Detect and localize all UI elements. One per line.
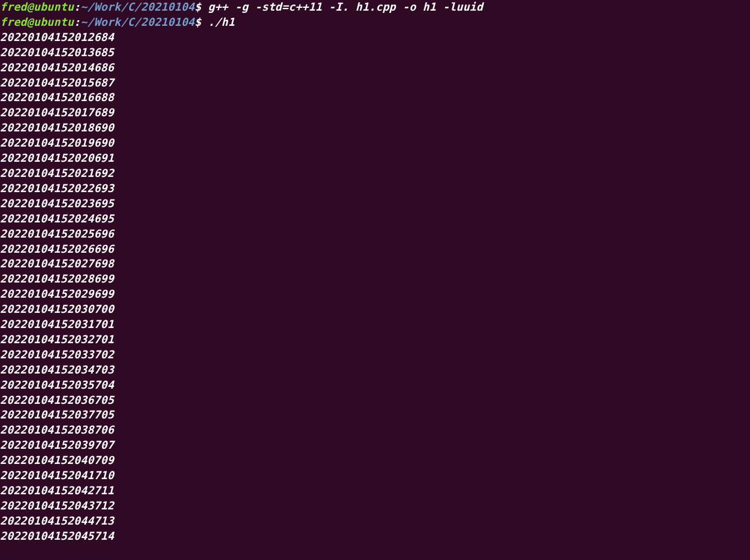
output-line: 20220104152037705 (0, 408, 750, 423)
output-line: 20220104152035704 (0, 378, 750, 393)
output-text: 20220104152014686 (0, 61, 114, 74)
output-text: 20220104152027698 (0, 257, 114, 270)
output-text: 20220104152033702 (0, 348, 114, 361)
output-line: 20220104152026696 (0, 242, 750, 257)
prompt-at: @ (27, 1, 34, 13)
output-text: 20220104152012684 (0, 31, 114, 44)
output-line: 20220104152040709 (0, 453, 750, 468)
output-text: 20220104152025696 (0, 227, 114, 240)
output-line: 20220104152044713 (0, 514, 750, 529)
output-line: 20220104152032701 (0, 333, 750, 348)
output-text: 20220104152020691 (0, 152, 114, 165)
output-line: 20220104152029699 (0, 287, 750, 302)
output-line: 20220104152021692 (0, 166, 750, 181)
output-text: 20220104152044713 (0, 515, 114, 527)
output-text: 20220104152036705 (0, 394, 114, 407)
output-text: 20220104152023695 (0, 197, 114, 210)
output-line: 20220104152014686 (0, 61, 750, 76)
output-text: 20220104152038706 (0, 424, 114, 436)
prompt-line: fred@ubuntu:~/Work/C/20210104$ g++ -g -s… (0, 0, 750, 15)
output-text: 20220104152043712 (0, 499, 114, 512)
prompt-user: fred (0, 1, 27, 13)
output-text: 20220104152039707 (0, 439, 114, 452)
prompt-dollar: $ (194, 16, 201, 29)
prompt-line: fred@ubuntu:~/Work/C/20210104$ ./h1 (0, 15, 750, 30)
output-text: 20220104152022693 (0, 182, 114, 195)
prompt-colon: : (74, 1, 80, 13)
output-line: 20220104152030700 (0, 302, 750, 317)
prompt-user: fred (0, 16, 27, 29)
prompt-host: ubuntu (34, 16, 74, 29)
output-text: 20220104152045714 (0, 530, 114, 543)
output-line: 20220104152033702 (0, 348, 750, 363)
prompt-host: ubuntu (34, 1, 74, 13)
output-line: 20220104152042711 (0, 484, 750, 499)
output-line: 20220104152015687 (0, 76, 750, 91)
output-line: 20220104152018690 (0, 121, 750, 136)
output-line: 20220104152025696 (0, 227, 750, 242)
output-line: 20220104152013685 (0, 45, 750, 61)
output-text: 20220104152015687 (0, 76, 114, 89)
output-line: 20220104152034703 (0, 363, 750, 378)
command-text: g++ -g -std=c++11 -I. h1.cpp -o h1 -luui… (201, 1, 483, 13)
output-text: 20220104152029699 (0, 288, 114, 301)
output-text: 20220104152032701 (0, 333, 114, 346)
output-line: 20220104152045714 (0, 529, 750, 544)
output-line: 20220104152017689 (0, 106, 750, 121)
output-text: 20220104152034703 (0, 363, 114, 376)
command-text: ./h1 (201, 16, 235, 29)
output-line: 20220104152027698 (0, 257, 750, 272)
output-text: 20220104152031701 (0, 318, 114, 331)
output-text: 20220104152035704 (0, 379, 114, 391)
output-line: 20220104152036705 (0, 393, 750, 408)
output-text: 20220104152021692 (0, 167, 114, 180)
output-text: 20220104152030700 (0, 303, 114, 316)
output-line: 20220104152028699 (0, 272, 750, 287)
output-text: 20220104152026696 (0, 243, 114, 256)
output-line: 20220104152038706 (0, 423, 750, 438)
terminal[interactable]: fred@ubuntu:~/Work/C/20210104$ g++ -g -s… (0, 0, 750, 544)
output-text: 20220104152042711 (0, 484, 114, 497)
output-line: 20220104152022693 (0, 181, 750, 197)
output-text: 20220104152041710 (0, 469, 114, 482)
output-text: 20220104152017689 (0, 106, 114, 119)
output-line: 20220104152039707 (0, 438, 750, 453)
output-line: 20220104152016688 (0, 90, 750, 106)
output-line: 20220104152043712 (0, 499, 750, 514)
output-line: 20220104152012684 (0, 30, 750, 45)
output-text: 20220104152040709 (0, 454, 114, 467)
output-text: 20220104152013685 (0, 46, 114, 59)
prompt-at: @ (27, 16, 34, 29)
output-line: 20220104152019690 (0, 136, 750, 151)
output-line: 20220104152031701 (0, 317, 750, 333)
output-line: 20220104152041710 (0, 468, 750, 484)
prompt-path: ~/Work/C/20210104 (80, 1, 194, 13)
output-text: 20220104152037705 (0, 408, 114, 421)
output-text: 20220104152016688 (0, 91, 114, 104)
prompt-path: ~/Work/C/20210104 (80, 16, 194, 29)
output-line: 20220104152023695 (0, 197, 750, 212)
prompt-dollar: $ (194, 1, 201, 13)
prompt-colon: : (74, 16, 80, 29)
output-line: 20220104152024695 (0, 212, 750, 227)
output-line: 20220104152020691 (0, 151, 750, 166)
output-text: 20220104152028699 (0, 272, 114, 285)
output-text: 20220104152019690 (0, 136, 114, 149)
output-text: 20220104152024695 (0, 212, 114, 225)
output-text: 20220104152018690 (0, 121, 114, 134)
